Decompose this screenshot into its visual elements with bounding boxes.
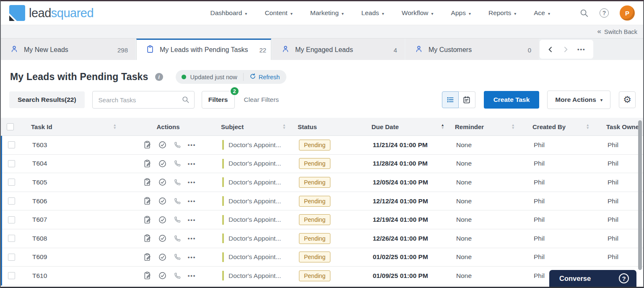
- chevron-right-icon[interactable]: [559, 44, 572, 55]
- chevron-down-icon: ▾: [469, 11, 471, 16]
- due-date: 01/02/25 01:00 PM: [373, 253, 428, 260]
- phone-icon[interactable]: [173, 159, 182, 168]
- edit-task-icon[interactable]: [143, 159, 152, 168]
- tab-my-customers[interactable]: My Customers 0: [405, 39, 539, 60]
- tab-more-options-icon[interactable]: •••: [574, 44, 589, 55]
- tab-my-leads-with-pending-tasks[interactable]: My Leads with Pending Tasks 22: [136, 39, 271, 60]
- row-checkbox[interactable]: [8, 197, 15, 205]
- row-checkbox[interactable]: [8, 160, 15, 167]
- row-more-options-icon[interactable]: •••: [188, 272, 196, 279]
- complete-task-icon[interactable]: [158, 140, 167, 149]
- switch-back-link[interactable]: « Switch Back: [597, 29, 637, 35]
- complete-task-icon[interactable]: [158, 215, 167, 224]
- gear-icon[interactable]: ⚙: [619, 91, 636, 108]
- column-header-task-owner: Task Owner: [595, 123, 643, 130]
- converse-help-icon[interactable]: ?: [619, 273, 629, 283]
- row-checkbox[interactable]: [8, 254, 15, 261]
- edit-task-icon[interactable]: [143, 215, 152, 224]
- phone-icon[interactable]: [173, 215, 182, 224]
- converse-widget[interactable]: Converse ?: [549, 270, 636, 287]
- row-checkbox[interactable]: [8, 179, 15, 186]
- row-checkbox[interactable]: [8, 235, 15, 242]
- row-actions: •••: [124, 140, 215, 149]
- calendar-view-icon[interactable]: [459, 91, 475, 108]
- table-row: T609 ••• Doctor's Appoint... Pending 01/…: [2, 248, 643, 267]
- edit-task-icon[interactable]: [143, 178, 152, 187]
- select-all-checkbox[interactable]: [7, 123, 14, 130]
- info-icon[interactable]: i: [155, 73, 163, 81]
- phone-icon[interactable]: [173, 178, 182, 187]
- phone-icon[interactable]: [173, 234, 182, 243]
- toolbar-right: Create Task More Actions ▾ ⚙: [442, 91, 636, 109]
- create-task-button[interactable]: Create Task: [484, 91, 540, 109]
- task-id: T608: [32, 235, 47, 242]
- clear-filters-button[interactable]: Clear Filters: [244, 96, 279, 104]
- phone-icon[interactable]: [173, 141, 182, 149]
- row-more-options-icon[interactable]: •••: [188, 254, 196, 260]
- clipboard-icon: [146, 45, 154, 55]
- column-header-subject[interactable]: Subject ▲▼: [214, 123, 289, 130]
- reminder: None: [456, 179, 472, 186]
- search-tasks-input[interactable]: [92, 91, 195, 109]
- row-more-options-icon[interactable]: •••: [188, 198, 196, 204]
- complete-task-icon[interactable]: [158, 271, 167, 280]
- status-badge: Pending: [299, 252, 330, 262]
- nav-menu-ace[interactable]: Ace▾: [534, 9, 550, 17]
- tab-my-new-leads[interactable]: My New Leads 298: [1, 39, 135, 60]
- chevron-left-icon[interactable]: [544, 44, 557, 55]
- nav-menu-marketing[interactable]: Marketing▾: [310, 9, 344, 17]
- leadsquared-logo[interactable]: leadsquared: [9, 5, 93, 21]
- nav-menu-dashboard[interactable]: Dashboard▾: [210, 9, 247, 17]
- subject-color-bar: [222, 215, 224, 225]
- nav-menu-reports[interactable]: Reports▾: [488, 9, 516, 17]
- vertical-scrollbar[interactable]: [638, 120, 642, 270]
- refresh-button[interactable]: Refresh: [249, 73, 280, 81]
- edit-task-icon[interactable]: [143, 140, 152, 149]
- edit-task-icon[interactable]: [143, 197, 152, 205]
- list-view-icon[interactable]: [442, 91, 459, 108]
- sort-icon: ▲▼: [283, 124, 286, 130]
- column-header-task-id[interactable]: Task Id ▲▼: [22, 123, 122, 130]
- nav-menu-workflow[interactable]: Workflow▾: [402, 9, 433, 17]
- edit-task-icon[interactable]: [143, 271, 152, 280]
- phone-icon[interactable]: [173, 272, 182, 280]
- table-body: T603 ••• Doctor's Appoint... Pending 11/…: [1, 136, 643, 285]
- edit-task-icon[interactable]: [143, 234, 152, 243]
- reminder: None: [456, 197, 472, 205]
- row-more-options-icon[interactable]: •••: [188, 179, 196, 185]
- row-checkbox[interactable]: [8, 272, 15, 279]
- nav-menu-apps[interactable]: Apps▾: [451, 9, 471, 17]
- edit-task-icon[interactable]: [143, 253, 152, 262]
- row-actions: •••: [124, 253, 215, 262]
- reminder: None: [456, 235, 472, 242]
- column-header-created-by[interactable]: Created By ▲▼: [521, 123, 595, 130]
- filters-button[interactable]: Filters: [202, 91, 235, 109]
- search-icon[interactable]: [579, 8, 589, 18]
- help-icon[interactable]: ?: [600, 8, 609, 18]
- complete-task-icon[interactable]: [158, 159, 167, 168]
- task-subject: Doctor's Appoint...: [229, 141, 281, 149]
- phone-icon[interactable]: [173, 253, 182, 261]
- created-by: Phil: [534, 141, 545, 148]
- nav-menu-leads[interactable]: Leads▾: [361, 9, 384, 17]
- column-header-reminder[interactable]: Reminder ▲▼: [449, 123, 521, 130]
- row-more-options-icon[interactable]: •••: [188, 217, 196, 223]
- row-more-options-icon[interactable]: •••: [188, 235, 196, 241]
- tab-my-engaged-leads[interactable]: My Engaged Leads 4: [272, 39, 405, 60]
- row-checkbox[interactable]: [8, 216, 15, 223]
- user-avatar[interactable]: P: [620, 5, 635, 21]
- row-more-options-icon[interactable]: •••: [188, 161, 196, 167]
- complete-task-icon[interactable]: [158, 197, 167, 205]
- chevron-down-icon: ▾: [382, 11, 384, 16]
- complete-task-icon[interactable]: [158, 253, 167, 262]
- more-actions-button[interactable]: More Actions ▾: [547, 91, 610, 109]
- nav-menu-content[interactable]: Content▾: [265, 9, 292, 17]
- row-more-options-icon[interactable]: •••: [188, 142, 196, 148]
- row-checkbox[interactable]: [8, 141, 15, 148]
- view-toggle: [442, 91, 475, 108]
- complete-task-icon[interactable]: [158, 234, 167, 243]
- column-header-due-date[interactable]: Due Date ▲▼: [366, 123, 449, 130]
- phone-icon[interactable]: [173, 197, 182, 205]
- filters-count-badge: 2: [230, 86, 239, 96]
- complete-task-icon[interactable]: [158, 178, 167, 187]
